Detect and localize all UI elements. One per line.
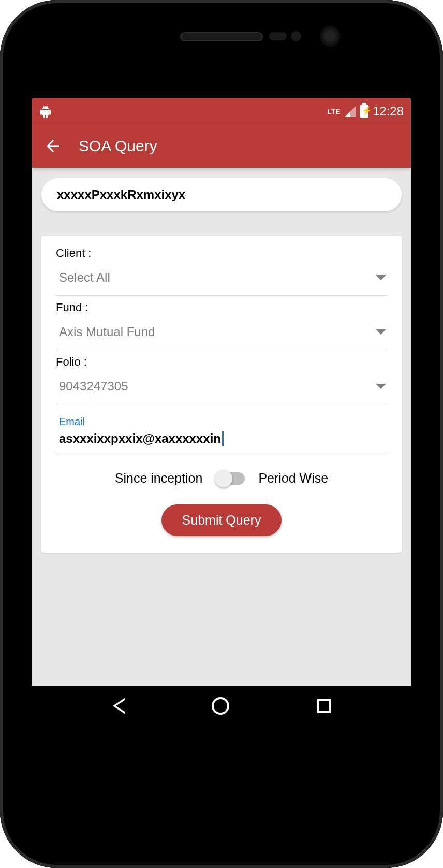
page-title: SOA Query	[79, 137, 157, 155]
client-label: Client :	[56, 247, 387, 260]
content-area: xxxxxPxxxkRxmxixyx Client : Select All F…	[32, 168, 411, 563]
period-toggle[interactable]	[216, 472, 245, 485]
email-field: Email asxxxixxpxxix@xaxxxxxxin	[56, 416, 387, 455]
email-label: Email	[56, 416, 387, 428]
fund-label: Fund :	[56, 301, 387, 314]
network-type: LTE	[328, 108, 341, 115]
client-field: Client : Select All	[56, 247, 387, 296]
toggle-right-label: Period Wise	[258, 471, 328, 486]
email-input[interactable]: asxxxixxpxxix@xaxxxxxxin	[56, 431, 387, 455]
phone-camera	[320, 26, 341, 47]
phone-sensor	[269, 32, 287, 40]
account-selector-value: xxxxxPxxxkRxmxixyx	[57, 187, 185, 201]
folio-label: Folio :	[56, 355, 387, 369]
app-bar: SOA Query	[32, 124, 411, 168]
client-dropdown[interactable]: Select All	[56, 267, 387, 296]
android-icon	[39, 106, 52, 117]
folio-field: Folio : 9043247305	[56, 355, 387, 404]
query-form: Client : Select All Fund : Axis Mutual F…	[41, 236, 402, 553]
email-value: asxxxixxpxxix@xaxxxxxxin	[59, 431, 221, 446]
fund-field: Fund : Axis Mutual Fund	[56, 301, 387, 350]
signal-icon	[345, 106, 356, 117]
phone-sensor	[291, 31, 301, 41]
phone-speaker	[180, 32, 263, 41]
folio-value: 9043247305	[59, 379, 128, 394]
android-nav-bar	[32, 686, 411, 726]
fund-value: Axis Mutual Fund	[59, 325, 155, 339]
screen: LTE 12:28 SOA Query xxxxxPxxxkRxmxixyx	[32, 98, 411, 726]
clock: 12:28	[373, 104, 404, 119]
nav-back-button[interactable]	[112, 698, 124, 714]
toggle-knob	[215, 470, 232, 487]
chevron-down-icon	[376, 384, 386, 389]
back-arrow-icon[interactable]	[43, 137, 62, 155]
submit-button[interactable]: Submit Query	[161, 504, 282, 536]
folio-dropdown[interactable]: 9043247305	[56, 376, 387, 404]
phone-frame: LTE 12:28 SOA Query xxxxxPxxxkRxmxixyx	[0, 0, 443, 868]
text-cursor	[222, 431, 224, 446]
chevron-down-icon	[376, 329, 386, 335]
account-selector[interactable]: xxxxxPxxxkRxmxixyx	[41, 178, 402, 211]
nav-home-button[interactable]	[212, 697, 229, 715]
status-bar: LTE 12:28	[32, 98, 411, 124]
nav-recent-button[interactable]	[317, 699, 331, 713]
battery-charging-icon	[360, 105, 368, 118]
toggle-left-label: Since inception	[115, 471, 203, 486]
fund-dropdown[interactable]: Axis Mutual Fund	[56, 322, 387, 350]
period-toggle-row: Since inception Period Wise	[56, 471, 387, 486]
chevron-down-icon	[376, 275, 386, 280]
client-value: Select All	[59, 270, 110, 285]
